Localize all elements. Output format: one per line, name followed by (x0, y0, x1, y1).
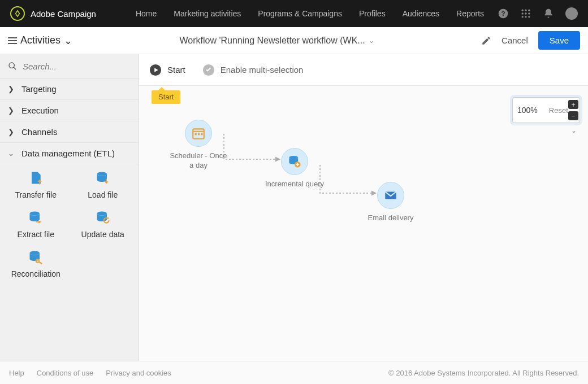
file-upload-icon (28, 170, 44, 186)
etl-update-data[interactable]: Update data (70, 210, 137, 239)
workflow-title[interactable]: Workflow 'Running Newsletter workflow (W… (179, 36, 374, 46)
activities-dropdown[interactable]: Activities ⌄ (8, 34, 72, 47)
check-circle-icon (202, 64, 215, 76)
footer-privacy[interactable]: Privacy and cookies (106, 369, 171, 377)
sidebar-cat-label: Execution (21, 106, 59, 115)
svg-rect-25 (195, 133, 197, 135)
svg-point-16 (97, 172, 107, 176)
sidebar-cat-label: Channels (21, 127, 57, 137)
top-nav: Adobe Campaign Home Marketing activities… (0, 0, 588, 27)
node-incremental-query[interactable]: Incremental query (263, 148, 326, 189)
chevron-down-icon: ⌄ (369, 37, 374, 45)
svg-point-20 (36, 259, 39, 262)
zoom-reset[interactable]: Reset (549, 106, 568, 115)
nav-profiles[interactable]: Profiles (359, 9, 386, 18)
scheduler-icon (185, 120, 212, 147)
svg-point-28 (289, 156, 298, 159)
footer-conditions[interactable]: Conditions of use (37, 369, 93, 377)
apps-icon[interactable] (520, 8, 531, 19)
bell-icon[interactable] (543, 8, 554, 19)
zoom-percent: 100% (517, 106, 538, 115)
start-badge: Start (152, 90, 180, 104)
svg-point-6 (525, 12, 526, 14)
brand-logo[interactable]: Adobe Campaign (10, 6, 96, 21)
footer-help[interactable]: Help (9, 369, 24, 377)
search-box[interactable] (0, 54, 139, 78)
nav-home[interactable]: Home (136, 9, 157, 18)
zoom-control: 100% Reset ＋ － (512, 97, 580, 123)
node-label: Scheduler - Once a day (167, 151, 230, 171)
help-icon[interactable]: ? (498, 8, 509, 19)
zoom-out-button[interactable]: － (568, 111, 578, 120)
sidebar-cat-etl[interactable]: ⌄Data management (ETL) (0, 143, 139, 164)
sidebar-cat-channels[interactable]: ❯Channels (0, 121, 139, 143)
node-email-delivery[interactable]: Email delivery (360, 182, 422, 223)
header-actions: Cancel Save (481, 31, 580, 50)
chevron-down-icon: ⌄ (8, 149, 16, 158)
chevron-right-icon: ❯ (8, 106, 16, 115)
db-download-icon (95, 170, 111, 186)
chevron-down-icon: ⌄ (64, 34, 72, 47)
sidebar-cat-label: Data management (ETL) (21, 149, 115, 158)
brand-name: Adobe Campaign (31, 9, 96, 19)
etl-label: Update data (81, 230, 124, 239)
zoom-collapse-icon[interactable]: ⌄ (571, 126, 577, 134)
nav-programs[interactable]: Programs & Campaigns (258, 9, 342, 18)
svg-point-2 (522, 10, 524, 11)
menu-icon (8, 37, 17, 45)
db-export-icon (28, 210, 44, 225)
svg-point-5 (522, 12, 524, 14)
sidebar-cat-execution[interactable]: ❯Execution (0, 100, 139, 121)
etl-reconciliation[interactable]: Reconciliation (2, 249, 70, 278)
logo-icon (10, 6, 25, 21)
avatar[interactable] (565, 7, 578, 20)
subheader: Activities ⌄ Workflow 'Running Newslette… (0, 27, 588, 54)
svg-point-10 (528, 16, 530, 18)
node-label: Email delivery (368, 213, 414, 223)
start-label: Start (167, 65, 185, 75)
svg-text:?: ? (501, 10, 505, 17)
save-button[interactable]: Save (538, 31, 580, 50)
search-icon (8, 61, 17, 71)
node-scheduler[interactable]: Scheduler - Once a day (167, 120, 230, 171)
etl-label: Extract file (18, 230, 54, 239)
primary-nav: Home Marketing activities Programs & Cam… (136, 9, 484, 18)
etl-label: Transfer file (15, 190, 57, 199)
db-plus-icon (281, 148, 308, 175)
chevron-right-icon: ❯ (8, 128, 16, 136)
workflow-title-text: Workflow 'Running Newsletter workflow (W… (179, 36, 365, 46)
nav-marketing[interactable]: Marketing activities (174, 9, 241, 18)
sidebar-cat-targeting[interactable]: ❯Targeting (0, 78, 139, 100)
topnav-right: ? (498, 7, 578, 20)
svg-rect-26 (198, 133, 200, 135)
workflow-canvas[interactable]: Start Scheduler - Once a day Incremental… (139, 86, 588, 361)
etl-transfer-file[interactable]: Transfer file (2, 170, 70, 199)
email-icon (377, 182, 404, 209)
cancel-button[interactable]: Cancel (501, 36, 528, 45)
sidebar: ❯Targeting ❯Execution ❯Channels ⌄Data ma… (0, 54, 139, 361)
svg-point-8 (522, 16, 524, 18)
start-button[interactable]: Start (149, 64, 185, 76)
node-label: Incremental query (265, 180, 324, 189)
play-icon (149, 64, 162, 76)
svg-point-17 (30, 212, 40, 216)
db-refresh-icon (95, 210, 111, 225)
svg-point-14 (9, 63, 14, 68)
zoom-in-button[interactable]: ＋ (568, 100, 578, 109)
svg-point-4 (528, 10, 530, 11)
etl-label: Load file (88, 190, 118, 199)
edit-icon[interactable] (481, 36, 491, 46)
chevron-right-icon: ❯ (8, 85, 16, 93)
nav-audiences[interactable]: Audiences (403, 9, 439, 18)
multiselect-toggle[interactable]: Enable multi-selection (202, 64, 304, 76)
svg-rect-27 (201, 133, 202, 135)
canvas-toolbar: Start Enable multi-selection (139, 54, 588, 86)
etl-extract-file[interactable]: Extract file (2, 210, 70, 239)
etl-load-file[interactable]: Load file (70, 170, 137, 199)
multiselect-label: Enable multi-selection (220, 65, 304, 75)
svg-point-3 (525, 10, 526, 11)
main-area: Start Enable multi-selection Start Sched… (139, 54, 588, 361)
search-input[interactable] (23, 62, 131, 71)
activities-label: Activities (20, 34, 60, 46)
nav-reports[interactable]: Reports (456, 9, 484, 18)
